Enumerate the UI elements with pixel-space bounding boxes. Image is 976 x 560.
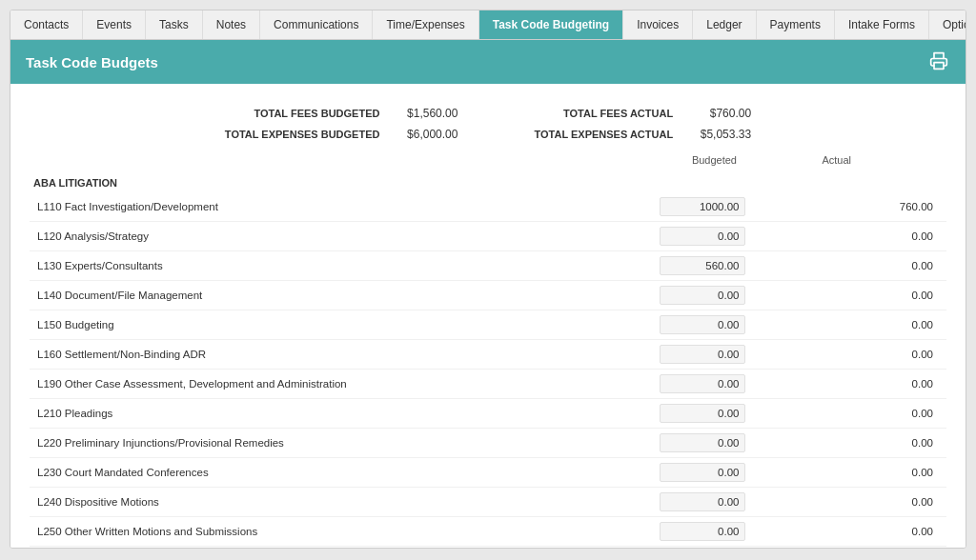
expenses-actual-row: TOTAL EXPENSES ACTUAL $5,053.33 — [534, 128, 751, 141]
row-label-8: L220 Preliminary Injunctions/Provisional… — [30, 429, 560, 458]
row-actual-8: 0.00 — [753, 429, 946, 458]
row-label-2: L130 Experts/Consultants — [30, 251, 560, 281]
tab-options[interactable]: Options — [929, 10, 966, 39]
row-budgeted-2[interactable]: 560.00 — [560, 251, 754, 281]
row-label-11: L250 Other Written Motions and Submissio… — [30, 517, 560, 547]
row-label-5: L160 Settlement/Non-Binding ADR — [30, 340, 560, 370]
tab-invoices[interactable]: Invoices — [623, 10, 693, 39]
tab-task-code-budgeting[interactable]: Task Code Budgeting — [479, 10, 623, 39]
tab-bar: ContactsEventsTasksNotesCommunicationsTi… — [10, 10, 966, 40]
table-row: L260 Class Action Certification and Noti… — [30, 547, 946, 549]
row-label-3: L140 Document/File Management — [30, 281, 560, 310]
table-row: L240 Dispositive Motions 0.00 0.00 — [30, 488, 946, 517]
row-actual-12: 0.00 — [753, 547, 946, 549]
main-content: TOTAL FEES BUDGETED $1,560.00 TOTAL EXPE… — [10, 84, 966, 548]
table-row: L150 Budgeting 0.00 0.00 — [30, 310, 946, 340]
table-row: L140 Document/File Management 0.00 0.00 — [30, 281, 946, 310]
row-budgeted-8[interactable]: 0.00 — [560, 429, 754, 458]
row-label-7: L210 Pleadings — [30, 399, 560, 429]
col-header-budgeted: Budgeted — [641, 154, 737, 166]
tab-events[interactable]: Events — [83, 10, 146, 39]
row-label-10: L240 Dispositive Motions — [30, 488, 560, 517]
fees-actual-value: $760.00 — [684, 107, 751, 120]
fees-actual-row: TOTAL FEES ACTUAL $760.00 — [563, 107, 751, 120]
row-label-9: L230 Court Mandated Conferences — [30, 458, 560, 488]
row-label-0: L110 Fact Investigation/Development — [30, 192, 560, 222]
row-label-12: L260 Class Action Certification and Noti… — [30, 547, 560, 549]
expenses-actual-value: $5,053.33 — [684, 128, 751, 141]
tab-contacts[interactable]: Contacts — [10, 10, 83, 39]
col-headers: Budgeted Actual — [30, 145, 946, 170]
row-actual-0: 760.00 — [753, 192, 946, 222]
header-bar: Task Code Budgets — [10, 40, 966, 84]
expenses-actual-label: TOTAL EXPENSES ACTUAL — [534, 129, 673, 140]
row-budgeted-4[interactable]: 0.00 — [560, 310, 754, 340]
print-icon[interactable] — [929, 51, 950, 72]
row-actual-9: 0.00 — [753, 458, 946, 488]
tab-intake-forms[interactable]: Intake Forms — [835, 10, 929, 39]
table-row: L110 Fact Investigation/Development 1000… — [30, 192, 946, 222]
row-budgeted-5[interactable]: 0.00 — [560, 340, 754, 370]
tab-tasks[interactable]: Tasks — [146, 10, 203, 39]
row-actual-6: 0.00 — [753, 370, 946, 399]
section-label: ABA LITIGATION — [30, 177, 946, 189]
fees-budgeted-label: TOTAL FEES BUDGETED — [254, 108, 379, 119]
budgeted-summary-col: TOTAL FEES BUDGETED $1,560.00 TOTAL EXPE… — [225, 107, 458, 141]
fees-budgeted-row: TOTAL FEES BUDGETED $1,560.00 — [254, 107, 458, 120]
row-actual-5: 0.00 — [753, 340, 946, 370]
budget-table: L110 Fact Investigation/Development 1000… — [30, 192, 946, 548]
row-label-4: L150 Budgeting — [30, 310, 560, 340]
table-row: L130 Experts/Consultants 560.00 0.00 — [30, 251, 946, 281]
tab-notes[interactable]: Notes — [203, 10, 260, 39]
tab-time-expenses[interactable]: Time/Expenses — [373, 10, 478, 39]
table-row: L190 Other Case Assessment, Development … — [30, 370, 946, 399]
row-budgeted-10[interactable]: 0.00 — [560, 488, 754, 517]
row-actual-7: 0.00 — [753, 399, 946, 429]
table-row: L210 Pleadings 0.00 0.00 — [30, 399, 946, 429]
row-actual-2: 0.00 — [753, 251, 946, 281]
col-header-actual: Actual — [775, 154, 851, 166]
row-actual-10: 0.00 — [753, 488, 946, 517]
row-actual-1: 0.00 — [753, 222, 946, 251]
tab-ledger[interactable]: Ledger — [693, 10, 756, 39]
tab-payments[interactable]: Payments — [757, 10, 835, 39]
fees-actual-label: TOTAL FEES ACTUAL — [563, 108, 673, 119]
svg-rect-0 — [934, 63, 944, 70]
row-budgeted-11[interactable]: 0.00 — [560, 517, 754, 547]
page-title: Task Code Budgets — [26, 54, 158, 70]
row-label-1: L120 Analysis/Strategy — [30, 222, 560, 251]
row-label-6: L190 Other Case Assessment, Development … — [30, 370, 560, 399]
main-frame: ContactsEventsTasksNotesCommunicationsTi… — [10, 10, 966, 549]
fees-budgeted-value: $1,560.00 — [391, 107, 458, 120]
table-row: L120 Analysis/Strategy 0.00 0.00 — [30, 222, 946, 251]
tab-communications[interactable]: Communications — [260, 10, 373, 39]
row-actual-11: 0.00 — [753, 517, 946, 547]
table-row: L160 Settlement/Non-Binding ADR 0.00 0.0… — [30, 340, 946, 370]
expenses-budgeted-label: TOTAL EXPENSES BUDGETED — [225, 129, 380, 140]
summary-section: TOTAL FEES BUDGETED $1,560.00 TOTAL EXPE… — [30, 93, 946, 145]
row-budgeted-7[interactable]: 0.00 — [560, 399, 754, 429]
row-actual-3: 0.00 — [753, 281, 946, 310]
expenses-budgeted-value: $6,000.00 — [391, 128, 458, 141]
table-row: L220 Preliminary Injunctions/Provisional… — [30, 429, 946, 458]
row-budgeted-12[interactable]: 0.00 — [560, 547, 754, 549]
table-row: L250 Other Written Motions and Submissio… — [30, 517, 946, 547]
actual-summary-col: TOTAL FEES ACTUAL $760.00 TOTAL EXPENSES… — [534, 107, 751, 141]
row-budgeted-9[interactable]: 0.00 — [560, 458, 754, 488]
row-budgeted-3[interactable]: 0.00 — [560, 281, 754, 310]
expenses-budgeted-row: TOTAL EXPENSES BUDGETED $6,000.00 — [225, 128, 458, 141]
row-actual-4: 0.00 — [753, 310, 946, 340]
row-budgeted-6[interactable]: 0.00 — [560, 370, 754, 399]
row-budgeted-1[interactable]: 0.00 — [560, 222, 754, 251]
table-row: L230 Court Mandated Conferences 0.00 0.0… — [30, 458, 946, 488]
row-budgeted-0[interactable]: 1000.00 — [560, 192, 754, 222]
